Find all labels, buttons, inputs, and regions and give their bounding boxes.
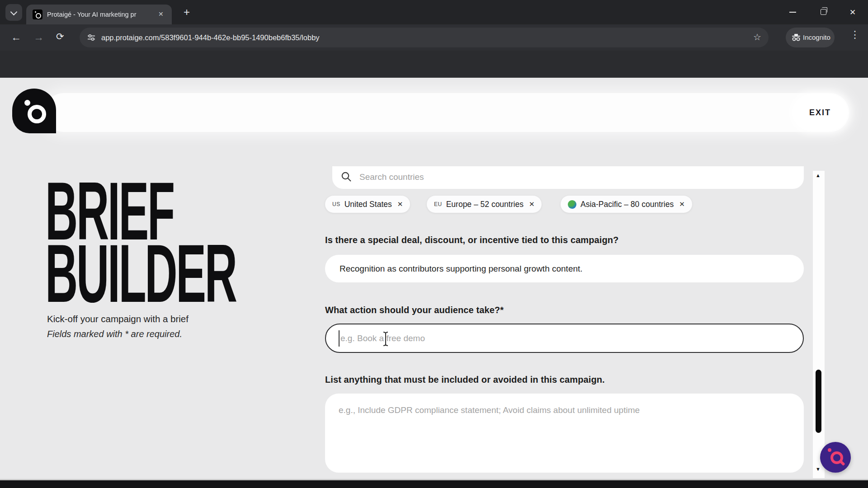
chip-label: Europe – 52 countries [446,200,524,209]
incognito-icon [791,34,801,41]
back-icon[interactable]: ← [11,31,21,43]
scrollbar-thumb[interactable] [816,370,821,433]
browser-toolbar: ← → ⟳ app.protaige.com/583f9601-944b-462… [0,24,868,51]
page-header-bar: EXIT [44,93,849,132]
text-caret [339,330,340,347]
page-content: EXIT BRIEF BUILDER Kick-off your campaig… [0,78,868,479]
ibeam-cursor-icon [382,331,389,347]
tab-strip: Protaigé - Your AI marketing pr ✕ + ✕ [0,0,868,24]
chip-remove-icon[interactable]: ✕ [529,200,535,208]
exit-button[interactable]: EXIT [793,95,847,130]
brand-favicon-icon [33,9,42,19]
bookmark-star-icon[interactable]: ☆ [753,32,761,42]
search-placeholder: Search countries [359,172,424,182]
new-tab-button[interactable]: + [180,6,193,19]
chip-badge: US [332,201,340,207]
bottom-bar [0,480,868,488]
search-icon [340,171,353,183]
window-minimize-icon[interactable] [789,12,796,13]
incognito-label: Incognito [803,33,830,41]
incentive-input[interactable] [325,255,804,282]
question-constraints-label: List anything that must be included or a… [325,375,605,385]
chip-asia-pacific: Asia-Pacific – 80 countries ✕ [561,196,692,213]
chip-europe: EU Europe – 52 countries ✕ [427,196,542,213]
scroll-down-icon[interactable]: ▼ [816,466,821,472]
window-restore-icon[interactable] [821,9,826,15]
required-note: Fields marked with * are required. [47,329,182,339]
chip-remove-icon[interactable]: ✕ [397,200,403,208]
browser-tab[interactable]: Protaigé - Your AI marketing pr ✕ [26,5,172,24]
chip-united-states: US United States ✕ [325,196,410,213]
chip-label: Asia-Pacific – 80 countries [580,200,674,209]
logo-dot-icon [24,100,30,106]
constraints-textarea[interactable] [325,394,804,473]
menu-kebab-icon[interactable]: ⋮ [850,29,860,41]
question-action-label: What action should your audience take?* [325,305,504,315]
audience-action-input[interactable] [325,324,804,353]
chip-label: United States [344,200,392,209]
chip-badge: EU [434,201,442,207]
forward-icon[interactable]: → [33,31,44,43]
chip-remove-icon[interactable]: ✕ [679,200,685,208]
reload-icon[interactable]: ⟳ [56,31,64,42]
country-search-input[interactable]: Search countries [332,166,804,189]
globe-icon [568,200,576,209]
url-text: app.protaige.com/583f9601-944b-462e-bb95… [101,33,320,42]
chat-assistant-button[interactable] [820,442,851,473]
tab-close-icon[interactable]: ✕ [158,10,164,18]
page-subtitle: Kick-off your campaign with a brief [47,314,189,324]
brand-logo [12,89,56,133]
incognito-badge: Incognito [786,28,835,47]
chevron-down-icon [10,9,18,16]
page-title-line2: BUILDER [45,232,236,314]
tab-search-button[interactable] [5,4,22,21]
url-bar[interactable]: app.protaige.com/583f9601-944b-462e-bb95… [80,28,769,47]
logo-ring-icon [28,105,46,123]
chrome-lower-band [0,51,868,78]
scroll-up-icon[interactable]: ▲ [816,173,821,178]
site-info-icon[interactable] [87,34,96,41]
chat-brand-dot-icon [828,448,831,452]
question-incentive-label: Is there a special deal, discount, or in… [325,235,618,245]
chat-brand-tail-icon [840,460,845,466]
window-close-icon[interactable]: ✕ [849,8,856,17]
tab-title: Protaigé - Your AI marketing pr [47,11,155,18]
